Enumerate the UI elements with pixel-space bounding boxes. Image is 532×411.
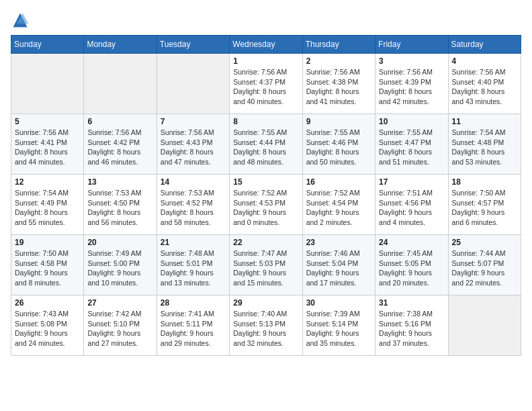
calendar-cell: 8Sunrise: 7:55 AM Sunset: 4:44 PM Daylig…	[230, 114, 302, 175]
day-info: Sunrise: 7:39 AM Sunset: 5:14 PM Dayligh…	[306, 309, 371, 349]
day-number: 10	[379, 117, 444, 126]
calendar-cell: 19Sunrise: 7:50 AM Sunset: 4:58 PM Dayli…	[11, 235, 84, 295]
day-number: 27	[87, 298, 152, 308]
day-number: 11	[452, 117, 517, 126]
day-info: Sunrise: 7:53 AM Sunset: 4:50 PM Dayligh…	[87, 188, 152, 228]
day-info: Sunrise: 7:56 AM Sunset: 4:39 PM Dayligh…	[379, 67, 444, 107]
calendar-cell: 1Sunrise: 7:56 AM Sunset: 4:37 PM Daylig…	[230, 54, 302, 114]
day-info: Sunrise: 7:52 AM Sunset: 4:54 PM Dayligh…	[306, 188, 371, 228]
calendar-week-row: 26Sunrise: 7:43 AM Sunset: 5:08 PM Dayli…	[11, 295, 521, 356]
day-info: Sunrise: 7:46 AM Sunset: 5:04 PM Dayligh…	[306, 248, 371, 288]
day-number: 17	[379, 177, 444, 187]
day-info: Sunrise: 7:49 AM Sunset: 5:00 PM Dayligh…	[87, 248, 152, 288]
calendar-cell	[11, 54, 84, 114]
calendar-cell: 23Sunrise: 7:46 AM Sunset: 5:04 PM Dayli…	[302, 235, 375, 295]
day-number: 16	[306, 177, 371, 187]
calendar-cell: 6Sunrise: 7:56 AM Sunset: 4:42 PM Daylig…	[84, 114, 157, 175]
day-number: 31	[379, 298, 444, 308]
calendar-cell: 26Sunrise: 7:43 AM Sunset: 5:08 PM Dayli…	[11, 295, 84, 356]
day-number: 23	[306, 238, 371, 247]
logo	[11, 11, 32, 30]
calendar-cell	[84, 54, 157, 114]
day-number: 13	[87, 177, 152, 187]
day-info: Sunrise: 7:48 AM Sunset: 5:01 PM Dayligh…	[161, 248, 226, 288]
weekday-header: Tuesday	[157, 36, 229, 54]
calendar-cell: 10Sunrise: 7:55 AM Sunset: 4:47 PM Dayli…	[375, 114, 448, 175]
day-number: 19	[15, 238, 80, 247]
weekday-header: Wednesday	[230, 36, 302, 54]
calendar-cell: 21Sunrise: 7:48 AM Sunset: 5:01 PM Dayli…	[157, 235, 229, 295]
weekday-header: Thursday	[302, 36, 375, 54]
calendar-cell: 27Sunrise: 7:42 AM Sunset: 5:10 PM Dayli…	[84, 295, 157, 356]
day-info: Sunrise: 7:50 AM Sunset: 4:58 PM Dayligh…	[15, 248, 80, 288]
day-number: 25	[452, 238, 517, 247]
day-info: Sunrise: 7:52 AM Sunset: 4:53 PM Dayligh…	[233, 188, 298, 228]
day-number: 1	[233, 56, 298, 66]
page-header	[11, 11, 521, 30]
day-info: Sunrise: 7:56 AM Sunset: 4:38 PM Dayligh…	[306, 67, 371, 107]
calendar-table: SundayMondayTuesdayWednesdayThursdayFrid…	[11, 35, 521, 356]
day-number: 15	[233, 177, 298, 187]
weekday-header: Monday	[84, 36, 157, 54]
day-number: 14	[161, 177, 226, 187]
calendar-cell: 31Sunrise: 7:38 AM Sunset: 5:16 PM Dayli…	[375, 295, 448, 356]
day-info: Sunrise: 7:55 AM Sunset: 4:44 PM Dayligh…	[233, 128, 298, 167]
day-info: Sunrise: 7:54 AM Sunset: 4:49 PM Dayligh…	[15, 188, 80, 228]
day-info: Sunrise: 7:56 AM Sunset: 4:43 PM Dayligh…	[161, 128, 226, 167]
day-number: 8	[233, 117, 298, 126]
day-info: Sunrise: 7:45 AM Sunset: 5:05 PM Dayligh…	[379, 248, 444, 288]
calendar-week-row: 19Sunrise: 7:50 AM Sunset: 4:58 PM Dayli…	[11, 235, 521, 295]
day-info: Sunrise: 7:43 AM Sunset: 5:08 PM Dayligh…	[15, 309, 80, 349]
day-info: Sunrise: 7:50 AM Sunset: 4:57 PM Dayligh…	[452, 188, 517, 228]
calendar-cell: 28Sunrise: 7:41 AM Sunset: 5:11 PM Dayli…	[157, 295, 229, 356]
calendar-cell: 16Sunrise: 7:52 AM Sunset: 4:54 PM Dayli…	[302, 175, 375, 235]
calendar-cell: 22Sunrise: 7:47 AM Sunset: 5:03 PM Dayli…	[230, 235, 302, 295]
calendar-week-row: 5Sunrise: 7:56 AM Sunset: 4:41 PM Daylig…	[11, 114, 521, 175]
day-number: 28	[161, 298, 226, 308]
day-number: 6	[87, 117, 152, 126]
day-info: Sunrise: 7:56 AM Sunset: 4:40 PM Dayligh…	[452, 67, 517, 107]
day-info: Sunrise: 7:38 AM Sunset: 5:16 PM Dayligh…	[379, 309, 444, 349]
day-info: Sunrise: 7:42 AM Sunset: 5:10 PM Dayligh…	[87, 309, 152, 349]
calendar-cell: 14Sunrise: 7:53 AM Sunset: 4:52 PM Dayli…	[157, 175, 229, 235]
day-number: 29	[233, 298, 298, 308]
logo-icon	[11, 11, 30, 30]
calendar-cell: 3Sunrise: 7:56 AM Sunset: 4:39 PM Daylig…	[375, 54, 448, 114]
calendar-cell: 20Sunrise: 7:49 AM Sunset: 5:00 PM Dayli…	[84, 235, 157, 295]
calendar-cell: 4Sunrise: 7:56 AM Sunset: 4:40 PM Daylig…	[448, 54, 521, 114]
day-number: 26	[15, 298, 80, 308]
calendar-cell: 15Sunrise: 7:52 AM Sunset: 4:53 PM Dayli…	[230, 175, 302, 235]
calendar-cell	[448, 295, 521, 356]
day-info: Sunrise: 7:40 AM Sunset: 5:13 PM Dayligh…	[233, 309, 298, 349]
weekday-header: Sunday	[11, 36, 84, 54]
calendar-cell: 2Sunrise: 7:56 AM Sunset: 4:38 PM Daylig…	[302, 54, 375, 114]
calendar-cell	[157, 54, 229, 114]
day-number: 9	[306, 117, 371, 126]
day-number: 21	[161, 238, 226, 247]
calendar-week-row: 12Sunrise: 7:54 AM Sunset: 4:49 PM Dayli…	[11, 175, 521, 235]
calendar-cell: 7Sunrise: 7:56 AM Sunset: 4:43 PM Daylig…	[157, 114, 229, 175]
day-info: Sunrise: 7:56 AM Sunset: 4:41 PM Dayligh…	[15, 128, 80, 167]
day-number: 2	[306, 56, 371, 66]
day-number: 4	[452, 56, 517, 66]
day-number: 18	[452, 177, 517, 187]
calendar-cell: 13Sunrise: 7:53 AM Sunset: 4:50 PM Dayli…	[84, 175, 157, 235]
day-info: Sunrise: 7:56 AM Sunset: 4:42 PM Dayligh…	[87, 128, 152, 167]
day-info: Sunrise: 7:54 AM Sunset: 4:48 PM Dayligh…	[452, 128, 517, 167]
calendar-week-row: 1Sunrise: 7:56 AM Sunset: 4:37 PM Daylig…	[11, 54, 521, 114]
day-number: 5	[15, 117, 80, 126]
day-info: Sunrise: 7:55 AM Sunset: 4:46 PM Dayligh…	[306, 128, 371, 167]
calendar-cell: 29Sunrise: 7:40 AM Sunset: 5:13 PM Dayli…	[230, 295, 302, 356]
calendar-cell: 24Sunrise: 7:45 AM Sunset: 5:05 PM Dayli…	[375, 235, 448, 295]
calendar-cell: 25Sunrise: 7:44 AM Sunset: 5:07 PM Dayli…	[448, 235, 521, 295]
calendar-cell: 12Sunrise: 7:54 AM Sunset: 4:49 PM Dayli…	[11, 175, 84, 235]
day-number: 30	[306, 298, 371, 308]
weekday-header: Saturday	[448, 36, 521, 54]
day-info: Sunrise: 7:51 AM Sunset: 4:56 PM Dayligh…	[379, 188, 444, 228]
day-info: Sunrise: 7:53 AM Sunset: 4:52 PM Dayligh…	[161, 188, 226, 228]
day-info: Sunrise: 7:55 AM Sunset: 4:47 PM Dayligh…	[379, 128, 444, 167]
day-info: Sunrise: 7:47 AM Sunset: 5:03 PM Dayligh…	[233, 248, 298, 288]
calendar-cell: 17Sunrise: 7:51 AM Sunset: 4:56 PM Dayli…	[375, 175, 448, 235]
calendar-cell: 9Sunrise: 7:55 AM Sunset: 4:46 PM Daylig…	[302, 114, 375, 175]
calendar-cell: 30Sunrise: 7:39 AM Sunset: 5:14 PM Dayli…	[302, 295, 375, 356]
